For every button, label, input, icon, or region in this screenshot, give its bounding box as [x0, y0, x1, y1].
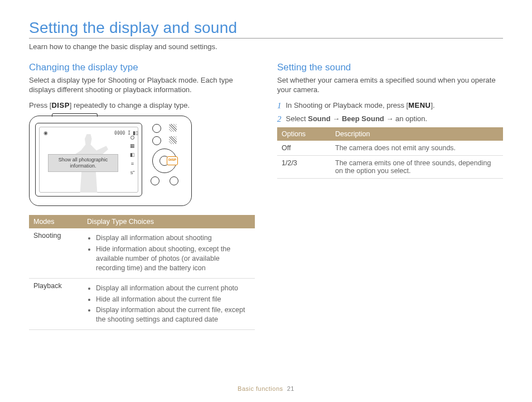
list-item: Display all information about shooting — [96, 233, 250, 243]
step1-post: ]. — [431, 101, 434, 109]
ctrl-button-4 — [170, 176, 178, 185]
table-row: 1/2/3 The camera emits one of three soun… — [277, 156, 503, 179]
desc-cell: The camera emits one of three sounds, de… — [331, 156, 503, 179]
step2-sound: Sound — [308, 114, 330, 123]
camera-body: ◉ 0000 I ▮▯ ▦ ◧ ≡ s" S — [29, 116, 192, 206]
right-column: Setting the sound Set whether your camer… — [277, 62, 503, 331]
table-header-row: Options Description — [277, 127, 503, 141]
step-1: 1 In Shooting or Playback mode, press [M… — [277, 100, 503, 111]
step2-beep: Beep Sound — [342, 114, 384, 123]
menu-button-label: MENU — [408, 101, 431, 109]
mode-cell: Shooting — [29, 228, 83, 278]
columns: Changing the display type Select a displ… — [29, 62, 503, 331]
right-heading: Setting the sound — [277, 62, 503, 73]
page-intro: Learn how to change the basic display an… — [29, 42, 503, 52]
list-item: Display all information about the curren… — [96, 284, 250, 293]
table-row: Playback Display all information about t… — [29, 278, 255, 330]
step2-pre: Select — [286, 114, 308, 123]
choices-cell: Display all information about the curren… — [83, 278, 255, 330]
camera-ridge — [52, 113, 98, 117]
list-item: Hide information about shooting, except … — [96, 245, 250, 273]
callout-box: Show all photographic information. — [48, 154, 118, 172]
page-number: 21 — [287, 385, 294, 392]
press-pre: Press [ — [29, 101, 51, 109]
left-desc: Select a display type for Shooting or Pl… — [29, 75, 255, 95]
page-title: Setting the display and sound — [29, 19, 503, 37]
manual-page: Setting the display and sound Learn how … — [0, 0, 532, 330]
camera-controls: DISP — [148, 124, 181, 185]
page-footer: Basic functions 21 — [0, 385, 532, 392]
list-item: Display information about the current fi… — [96, 305, 250, 324]
step-body: Select Sound → Beep Sound → an option. — [286, 114, 504, 124]
ctrl-button-2 — [152, 136, 161, 145]
left-column: Changing the display type Select a displ… — [29, 62, 255, 331]
table-header-row: Modes Display Type Choices — [29, 215, 255, 228]
arrow-icon: → — [331, 114, 342, 123]
screen-top-icons: ◉ 0000 I ▮▯ — [43, 130, 138, 136]
press-instruction: Press [DISP] repeatedly to change a disp… — [29, 100, 255, 111]
desc-cell: The camera does not emit any sounds. — [331, 141, 503, 156]
sound-options-table: Options Description Off The camera does … — [277, 127, 503, 179]
list-item: Hide all information about the current f… — [96, 295, 250, 304]
disp-button-label: DISP — [51, 101, 69, 109]
metering-icon: s" — [130, 170, 135, 175]
choices-cell: Display all information about shooting H… — [83, 228, 255, 278]
step1-pre: In Shooting or Playback mode, press [ — [286, 101, 409, 109]
mode-icon: ◉ — [43, 130, 48, 136]
right-desc: Set whether your camera emits a specifie… — [277, 75, 503, 95]
iso-icon: ≡ — [131, 161, 134, 166]
camera-screen: ◉ 0000 I ▮▯ ▦ ◧ ≡ s" S — [35, 123, 142, 197]
title-rule — [29, 38, 503, 39]
table-header-description: Description — [331, 127, 503, 141]
dpad: DISP — [152, 149, 177, 173]
option-cell: 1/2/3 — [277, 156, 331, 179]
speaker-grille-icon — [169, 124, 177, 132]
screen-side-icons: ▦ ◧ ≡ s" — [130, 136, 135, 175]
table-row: Off The camera does not emit any sounds. — [277, 141, 503, 156]
step-number: 1 — [277, 100, 282, 111]
table-header-choices: Display Type Choices — [83, 215, 255, 228]
press-post: ] repeatedly to change a display type. — [70, 101, 190, 109]
size-icon: ▦ — [130, 143, 135, 149]
dpad-disp-highlight: DISP — [167, 156, 178, 165]
display-type-table: Modes Display Type Choices Shooting Disp… — [29, 215, 255, 330]
footer-section: Basic functions — [238, 385, 283, 392]
table-header-modes: Modes — [29, 215, 83, 228]
step-2: 2 Select Sound → Beep Sound → an option. — [277, 114, 503, 124]
counter-icon: 0000 I — [114, 131, 130, 136]
battery-icon: ▮▯ — [133, 130, 138, 136]
quality-icon: ◧ — [130, 152, 135, 157]
table-header-options: Options — [277, 127, 331, 141]
table-row: Shooting Display all information about s… — [29, 228, 255, 278]
af-icon — [130, 136, 134, 140]
mode-cell: Playback — [29, 278, 83, 330]
step2-post: → an option. — [384, 114, 427, 123]
step-number: 2 — [277, 114, 282, 124]
ctrl-button-1 — [152, 124, 161, 133]
camera-diagram: ◉ 0000 I ▮▯ ▦ ◧ ≡ s" S — [29, 116, 255, 206]
step-body: In Shooting or Playback mode, press [MEN… — [286, 100, 504, 111]
speaker-grille-icon-2 — [169, 136, 177, 144]
ctrl-button-3 — [151, 176, 159, 185]
option-cell: Off — [277, 141, 331, 156]
left-heading: Changing the display type — [29, 62, 255, 73]
